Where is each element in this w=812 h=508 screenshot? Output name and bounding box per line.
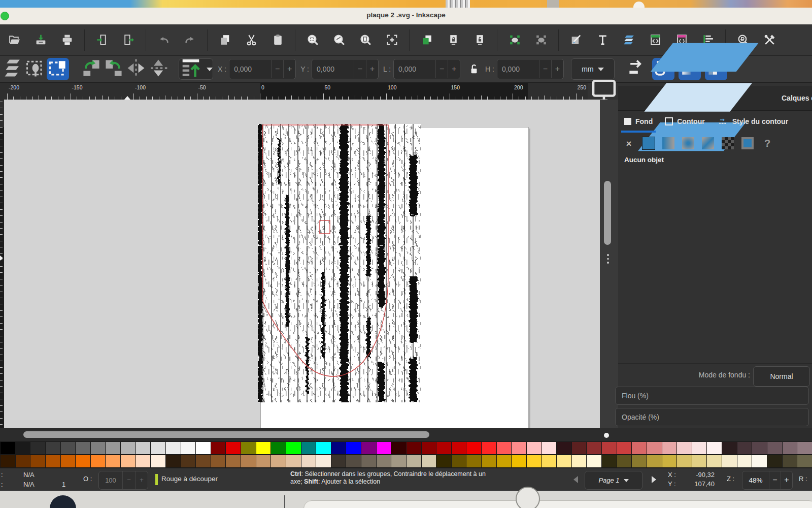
palette-swatch[interactable] — [90, 441, 106, 455]
palette-swatch[interactable] — [481, 441, 496, 455]
blur-slider[interactable]: Flou (%) — [615, 387, 809, 405]
palette-swatch[interactable] — [692, 441, 707, 455]
palette-swatch[interactable] — [496, 441, 512, 455]
no-paint-button[interactable]: × — [622, 137, 635, 150]
zoom-selection-button[interactable] — [301, 28, 324, 52]
rotate-cw-button[interactable] — [103, 58, 125, 80]
palette-swatch[interactable] — [421, 455, 436, 468]
palette-swatch[interactable] — [706, 455, 722, 468]
height-field-value[interactable]: 0,000 — [497, 65, 539, 73]
palette-swatch[interactable] — [346, 455, 361, 468]
palette-swatch[interactable] — [511, 455, 526, 468]
palette-swatch[interactable] — [542, 441, 557, 455]
palette-swatch[interactable] — [331, 441, 346, 455]
text-tool-dialog-button[interactable] — [591, 28, 614, 52]
copy-button[interactable] — [214, 28, 236, 52]
palette-swatch[interactable] — [256, 441, 271, 455]
x-decrement-button[interactable]: − — [271, 60, 283, 78]
palette-swatch[interactable] — [481, 455, 496, 468]
palette-swatch[interactable] — [601, 441, 617, 455]
height-decrement-button[interactable]: − — [539, 60, 551, 78]
palette-swatch[interactable] — [30, 455, 45, 468]
zoom-drawing-button[interactable] — [328, 28, 350, 52]
y-increment-button[interactable]: + — [366, 60, 378, 78]
palette-swatch[interactable] — [767, 455, 782, 468]
palette-swatch[interactable] — [601, 455, 617, 468]
mesh-gradient-button[interactable] — [701, 137, 715, 150]
palette-swatch[interactable] — [647, 455, 662, 468]
palette-swatch[interactable] — [346, 441, 361, 455]
stroke-width-value[interactable]: 1 — [62, 481, 65, 488]
palette-swatch[interactable] — [60, 455, 76, 468]
vertical-ruler[interactable] — [0, 100, 4, 428]
palette-swatch[interactable] — [181, 455, 196, 468]
raise-to-top-button[interactable] — [179, 58, 213, 80]
opacity-increment-button[interactable]: + — [135, 471, 148, 489]
cut-button[interactable] — [240, 28, 262, 52]
palette-swatch[interactable] — [556, 441, 571, 455]
palette-swatch[interactable] — [241, 441, 256, 455]
flat-color-button[interactable] — [642, 137, 655, 150]
palette-swatch[interactable] — [451, 441, 466, 455]
zoom-decrement-button[interactable]: − — [769, 471, 781, 489]
undo-button[interactable] — [152, 28, 175, 52]
open-document-button[interactable] — [3, 28, 25, 52]
palette-swatch[interactable] — [617, 441, 632, 455]
palette-swatch[interactable] — [136, 455, 151, 468]
rotate-ccw-button[interactable] — [80, 58, 103, 80]
palette-swatch[interactable] — [75, 441, 90, 455]
clone-button[interactable] — [442, 28, 464, 52]
palette-swatch[interactable] — [526, 455, 542, 468]
lock-ratio-icon[interactable] — [467, 62, 481, 76]
palette-swatch[interactable] — [556, 455, 571, 468]
palette-swatch[interactable] — [586, 441, 601, 455]
palette-swatch[interactable] — [782, 441, 797, 455]
palette-swatch[interactable] — [105, 441, 120, 455]
height-field[interactable]: 0,000 −+ — [497, 59, 564, 79]
previous-page-button[interactable] — [573, 476, 578, 483]
palette-swatch[interactable] — [436, 441, 451, 455]
palette-swatch[interactable] — [150, 455, 165, 468]
zoom-field[interactable]: 48% − + — [742, 471, 793, 490]
flip-vertical-button[interactable] — [147, 58, 170, 80]
width-increment-button[interactable]: + — [448, 60, 460, 78]
palette-swatch[interactable] — [542, 455, 557, 468]
palette-swatch[interactable] — [0, 455, 15, 468]
width-field-value[interactable]: 0,000 — [394, 65, 435, 73]
opacity-slider[interactable]: Opacité (%) — [615, 408, 809, 426]
palette-swatch[interactable] — [105, 455, 120, 468]
ungroup-button[interactable] — [530, 28, 552, 52]
redo-button[interactable] — [179, 28, 201, 52]
palette-swatch[interactable] — [0, 441, 15, 455]
palette-swatch[interactable] — [586, 455, 601, 468]
palette-swatch[interactable] — [286, 455, 301, 468]
palette-swatch[interactable] — [286, 441, 301, 455]
select-touch-button[interactable] — [24, 58, 47, 80]
palette-swatch[interactable] — [706, 441, 722, 455]
width-field[interactable]: 0,000 −+ — [393, 59, 460, 79]
palette-swatch[interactable] — [120, 455, 136, 468]
save-document-button[interactable] — [29, 28, 52, 52]
unknown-paint-button[interactable]: ? — [761, 137, 774, 150]
fill-stroke-dialog-button[interactable] — [565, 28, 587, 52]
opacity-field[interactable]: 100 − + — [98, 471, 148, 490]
height-increment-button[interactable]: + — [551, 60, 563, 78]
palette-swatch[interactable] — [181, 441, 196, 455]
palette-swatch[interactable] — [225, 455, 241, 468]
palette-swatch[interactable] — [737, 441, 752, 455]
palette-swatch[interactable] — [571, 455, 587, 468]
palette-swatch[interactable] — [406, 441, 421, 455]
palette-swatch[interactable] — [436, 455, 451, 468]
zoom-increment-button[interactable]: + — [781, 471, 792, 489]
width-decrement-button[interactable]: − — [435, 60, 448, 78]
palette-swatch[interactable] — [211, 441, 226, 455]
wood-texture-image[interactable] — [258, 124, 421, 402]
panel-resize-grip[interactable] — [607, 254, 609, 264]
palette-swatch[interactable] — [45, 455, 60, 468]
palette-swatch[interactable] — [15, 441, 30, 455]
x-increment-button[interactable]: + — [283, 60, 295, 78]
palette-swatch[interactable] — [90, 455, 106, 468]
palette-swatch[interactable] — [692, 455, 707, 468]
duplicate-button[interactable] — [416, 28, 438, 52]
palette-swatch[interactable] — [331, 455, 346, 468]
